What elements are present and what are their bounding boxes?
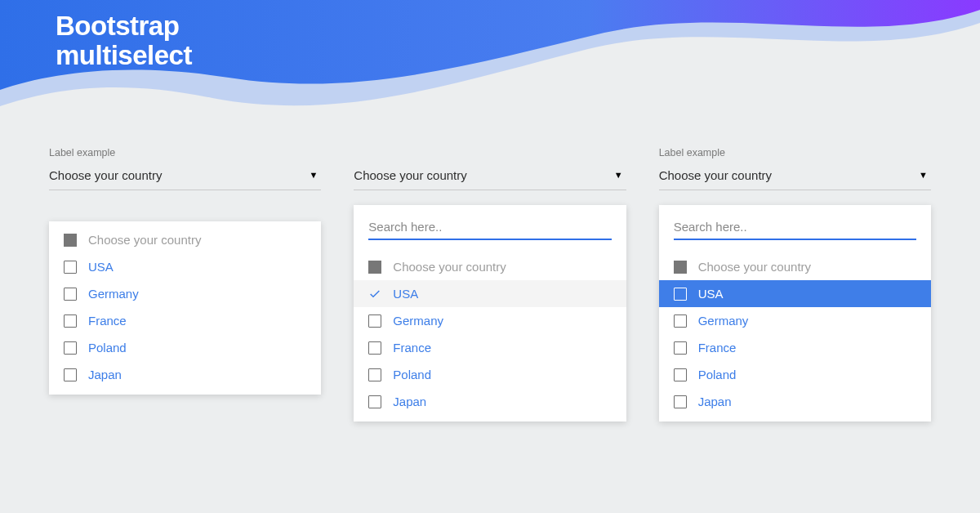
checkbox-icon [368,341,381,355]
page-title-line1: Bootstrap [56,11,179,41]
checkbox-icon [64,261,77,274]
search-input[interactable] [674,218,916,240]
select-all-option[interactable]: Choose your country [354,248,626,280]
option-label: France [698,341,737,355]
check-icon [368,288,381,301]
page-title: Bootstrap multiselect [56,11,192,71]
checkbox-icon [64,368,77,381]
option-germany[interactable]: Germany [354,307,626,334]
option-label: France [88,314,127,328]
group-header-label: Choose your country [88,233,201,247]
dropdown-panel: Choose your country USA Germany France P… [49,221,321,395]
option-label: USA [88,260,114,274]
option-poland[interactable]: Poland [354,361,626,388]
search-wrap [659,205,931,248]
option-usa[interactable]: USA [659,280,931,307]
checkbox-icon [674,368,687,381]
example-search-highlight: Label example Choose your country ▼ Choo… [659,147,931,422]
search-wrap [354,205,626,248]
option-usa[interactable]: USA [354,280,626,307]
search-input[interactable] [368,218,611,240]
select-all-option[interactable]: Choose your country [659,248,931,280]
select-header[interactable]: Choose your country ▼ [659,163,931,190]
checkbox-icon [64,288,77,301]
option-japan[interactable]: Japan [354,388,626,415]
select-placeholder: Choose your country [659,168,772,182]
option-germany[interactable]: Germany [49,280,321,307]
option-label: Japan [88,368,122,381]
option-japan[interactable]: Japan [49,361,321,388]
group-header-label: Choose your country [698,260,811,274]
select-all-icon [64,234,77,247]
option-label: USA [393,287,418,301]
page-header: Bootstrap multiselect [0,0,980,131]
option-usa[interactable]: USA [49,253,321,280]
dropdown-panel: Choose your country USA Germany France P… [354,205,626,422]
chevron-down-icon: ▼ [614,170,623,180]
option-poland[interactable]: Poland [49,334,321,361]
checkbox-icon [64,341,77,355]
select-header[interactable]: Choose your country ▼ [49,163,321,190]
field-label: Label example [49,147,321,158]
select-placeholder: Choose your country [49,168,162,182]
examples-row: Label example Choose your country ▼ Choo… [49,147,931,422]
option-france[interactable]: France [659,334,931,361]
option-label: Poland [393,368,431,381]
option-poland[interactable]: Poland [659,361,931,388]
checkbox-icon [368,368,381,381]
select-header[interactable]: Choose your country ▼ [354,163,626,190]
option-label: Japan [393,395,426,408]
option-label: USA [698,287,724,301]
option-germany[interactable]: Germany [659,307,931,334]
checkbox-icon [368,314,381,328]
option-label: Germany [393,314,443,328]
option-france[interactable]: France [354,334,626,361]
option-label: Poland [698,368,737,381]
chevron-down-icon: ▼ [309,170,318,180]
select-all-icon [368,261,381,274]
checkbox-icon [674,314,687,328]
page-title-line2: multiselect [56,40,192,70]
option-label: France [393,341,431,355]
option-label: Japan [698,395,732,408]
select-placeholder: Choose your country [354,168,466,182]
chevron-down-icon: ▼ [919,170,928,180]
select-all-option[interactable]: Choose your country [49,221,321,253]
option-label: Germany [88,287,139,301]
option-japan[interactable]: Japan [659,388,931,415]
option-label: Poland [88,341,127,355]
field-label: Label example [659,147,931,158]
checkbox-icon [64,314,77,328]
dropdown-panel: Choose your country USA Germany France P… [659,205,931,422]
example-search-selected: Label example Choose your country ▼ Choo… [354,147,626,422]
option-france[interactable]: France [49,307,321,334]
select-all-icon [674,261,687,274]
checkbox-icon [674,395,687,408]
group-header-label: Choose your country [393,260,506,274]
checkbox-icon [674,288,687,301]
option-label: Germany [698,314,749,328]
checkbox-icon [674,341,687,355]
checkbox-icon [368,395,381,408]
example-basic: Label example Choose your country ▼ Choo… [49,147,321,422]
